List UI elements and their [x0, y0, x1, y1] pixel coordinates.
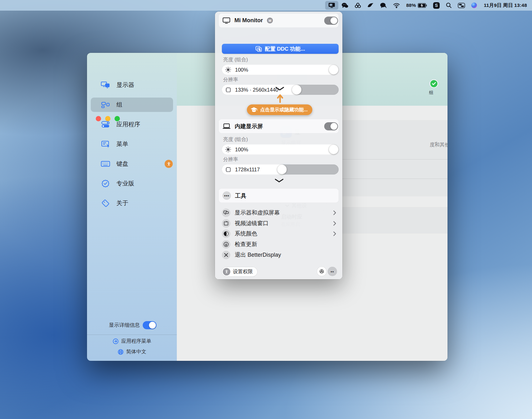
ellipsis-icon: •• [330, 269, 334, 274]
hint-tooltip[interactable]: 点击显示或隐藏功能... [247, 104, 312, 115]
tooltip-label: 点击显示或隐藏功能... [260, 107, 308, 113]
battery-percent: 88% [406, 3, 416, 8]
bird-icon [367, 3, 374, 8]
builtin-resolution-value: 1728x1117 [235, 164, 260, 174]
sun-icon [225, 146, 231, 153]
menubar-wifi-button[interactable] [390, 1, 403, 10]
menubar-wechat-button[interactable] [338, 1, 351, 10]
builtin-brightness-label: 亮度 (组合) [223, 136, 248, 143]
builtin-display-section: 内建显示屏 [219, 119, 339, 133]
sidebar-item-displays[interactable]: 显示器 [91, 78, 173, 92]
globe-icon [118, 349, 124, 355]
permissions-label: 设置权限 [233, 269, 253, 275]
menubar-surge-button[interactable]: S [430, 1, 443, 10]
battery-icon [418, 3, 427, 8]
sidebar-item-label: 显示器 [116, 81, 134, 89]
virtual-displays-icon [222, 209, 230, 217]
menu-cursor-icon [100, 140, 111, 148]
details-toggle-label: 显示详细信息 [109, 322, 140, 329]
resolution-label: 分辨率 [223, 77, 238, 83]
wechat-icon [341, 3, 348, 8]
sidebar-item-label: 组 [116, 101, 122, 109]
builtin-resolution-slider[interactable]: 1728x1117 [222, 164, 339, 174]
menubar-betterdisplay-button[interactable] [325, 1, 338, 10]
tooltip-arrow-icon [277, 94, 284, 103]
slider-knob[interactable] [292, 85, 301, 94]
sidebar-item-keyboard[interactable]: 键盘 [91, 157, 173, 171]
menubar-wecom-button[interactable] [377, 1, 390, 10]
menu-bar: 88% S 11月9日 周日 13:48 [0, 0, 532, 11]
display-icon [328, 3, 335, 8]
tools-section: ••• 工具 [219, 189, 339, 203]
sidebar-item-groups[interactable]: 组 [91, 98, 173, 112]
siri-icon [471, 3, 477, 8]
wifi-icon [393, 3, 400, 8]
sidebar-item-pro[interactable]: 专业版 [91, 176, 173, 191]
builtin-expand-chevron-icon[interactable] [274, 179, 284, 183]
menubar-clock[interactable]: 11月9日 周日 13:48 [480, 2, 527, 9]
sidebar-item-menu[interactable]: 菜单 [91, 137, 173, 151]
configure-ddc-button[interactable]: 配置 DDC 功能... [222, 44, 339, 54]
chat-bubbles-icon [380, 3, 387, 8]
resolution-value: 133% · 2560x1440 [235, 85, 279, 95]
resolution-icon [225, 166, 231, 173]
menu-item-check-updates[interactable]: 检查更新 [222, 239, 339, 250]
circle-arrow-icon [113, 338, 119, 344]
mi-brightness-slider[interactable]: 100% [222, 65, 339, 75]
menubar-control-center-button[interactable] [455, 1, 468, 10]
chevron-right-icon [333, 221, 336, 226]
tools-title: 工具 [235, 192, 246, 199]
keyboard-icon [100, 160, 111, 168]
menu-item-system-colors[interactable]: 系统颜色 [222, 228, 339, 239]
accessibility-icon [223, 268, 230, 275]
menubar-loop-button[interactable] [351, 1, 364, 10]
download-circle-icon [222, 240, 230, 249]
menubar-spotlight-button[interactable] [443, 1, 455, 10]
slider-knob[interactable] [277, 165, 287, 174]
betterdisplay-menu-panel: Mi Monitor M 配置 DDC 功能... 亮度 (组合) 100% 分… [215, 12, 342, 279]
sidebar-item-label: 专业版 [116, 179, 134, 188]
toggles-icon [100, 120, 111, 129]
sidebar-item-label: 菜单 [116, 140, 128, 148]
sidebar-item-label: 键盘 [116, 160, 128, 168]
close-icon [222, 251, 230, 259]
menu-item-video-filter[interactable]: 视频滤镜窗口 [222, 218, 339, 229]
mi-monitor-toggle[interactable] [324, 17, 338, 25]
gear-icon [319, 269, 325, 274]
menu-item-displays-virtual[interactable]: 显示器和虚拟屏幕 [222, 207, 339, 218]
sidebar-item-apps[interactable]: 应用程序 [91, 117, 173, 132]
mi-expand-chevron-icon[interactable] [275, 87, 284, 91]
details-toggle-row: 显示详细信息 [87, 321, 177, 329]
desktop: { "menu_bar": { "battery_percent": "88%"… [0, 0, 532, 419]
set-permissions-button[interactable]: 设置权限 [222, 267, 257, 276]
ddc-icon [255, 46, 262, 52]
video-filter-icon [222, 219, 230, 228]
tag-icon [100, 199, 111, 207]
menu-item-quit[interactable]: 退出 BetterDisplay [222, 250, 339, 260]
chevron-right-icon [333, 210, 336, 215]
menubar-bird-button[interactable] [364, 1, 377, 10]
search-icon [446, 3, 452, 8]
sidebar-item-about[interactable]: 关于 [91, 196, 173, 210]
language-label: 简体中文 [126, 349, 146, 355]
menubar-siri-button[interactable] [468, 1, 480, 10]
builtin-display-toggle[interactable] [324, 122, 338, 130]
monitor-icon [223, 17, 230, 24]
half-circle-icon [222, 230, 230, 238]
app-menu-label: 应用程序菜单 [121, 338, 151, 345]
slider-knob[interactable] [329, 145, 338, 154]
sidebar: 显示器 组 应用程序 菜单 键盘 [87, 53, 177, 361]
settings-gear-button[interactable] [317, 267, 326, 276]
language-link[interactable]: 简体中文 [87, 349, 177, 355]
details-toggle[interactable] [143, 321, 156, 329]
more-options-button[interactable]: •• [328, 267, 337, 276]
sun-icon [225, 67, 231, 73]
slider-knob[interactable] [329, 65, 338, 74]
ellipsis-circle-icon: ••• [223, 191, 231, 200]
builtin-brightness-slider[interactable]: 100% [222, 144, 339, 154]
menubar-battery[interactable]: 88% [403, 1, 430, 10]
chevron-right-icon [333, 231, 336, 236]
laptop-icon [223, 123, 231, 129]
app-menu-link[interactable]: 应用程序菜单 [87, 338, 177, 345]
mi-monitor-section: Mi Monitor M [219, 13, 339, 28]
